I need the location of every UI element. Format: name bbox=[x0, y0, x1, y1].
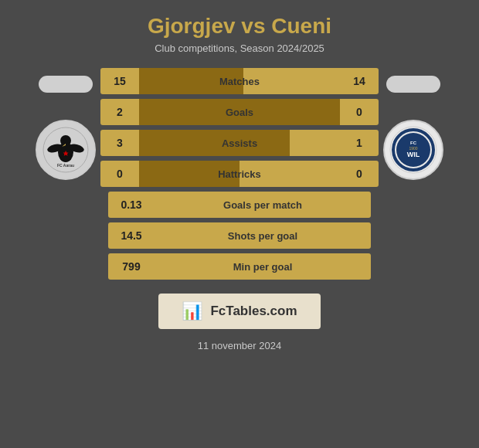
team-left: FC Aarau bbox=[31, 76, 100, 180]
svg-text:WIL: WIL bbox=[407, 151, 420, 158]
stat-label: Assists bbox=[139, 137, 340, 149]
stat-row-single: 0.13 Goals per match bbox=[108, 192, 371, 218]
stat-single-label: Goals per match bbox=[155, 199, 371, 211]
stat-single-value: 14.5 bbox=[108, 229, 155, 242]
svg-text:FC: FC bbox=[410, 141, 417, 145]
match-subtitle: Club competitions, Season 2024/2025 bbox=[15, 42, 464, 54]
fctables-banner: 📊 FcTables.com bbox=[158, 294, 320, 329]
fctables-text: FcTables.com bbox=[210, 304, 297, 319]
team-right-logo: FC 1900 WIL bbox=[383, 120, 443, 180]
match-title: Gjorgjev vs Cueni bbox=[15, 14, 464, 39]
team-left-tab bbox=[39, 76, 93, 93]
stat-label: Hattricks bbox=[139, 168, 340, 180]
team-right-tab bbox=[386, 76, 440, 93]
stat-single-value: 799 bbox=[108, 260, 155, 273]
stat-right-value: 1 bbox=[340, 137, 379, 149]
stat-label: Goals bbox=[139, 107, 340, 118]
stat-single-label: Min per goal bbox=[155, 261, 371, 273]
chart-icon: 📊 bbox=[182, 301, 202, 321]
stat-left-value: 3 bbox=[100, 137, 139, 149]
stat-label: Matches bbox=[139, 76, 340, 87]
header: Gjorgjev vs Cueni Club competitions, Sea… bbox=[0, 0, 479, 60]
main-content: FC Aarau 15 Matches 14 2 Goals 0 3 Assis… bbox=[0, 60, 479, 187]
stat-row-single: 799 Min per goal bbox=[108, 253, 371, 280]
stat-left-value: 2 bbox=[100, 106, 139, 118]
team-right: FC 1900 WIL bbox=[379, 76, 448, 180]
svg-text:FC Aarau: FC Aarau bbox=[57, 163, 74, 168]
stat-single-label: Shots per goal bbox=[155, 230, 371, 242]
stat-left-value: 0 bbox=[100, 168, 139, 180]
stat-single-value: 0.13 bbox=[108, 199, 155, 211]
aarau-eagle-icon: FC Aarau bbox=[42, 127, 89, 173]
date-footer: 11 november 2024 bbox=[198, 340, 281, 351]
stat-row-single: 14.5 Shots per goal bbox=[108, 222, 371, 249]
team-left-logo: FC Aarau bbox=[36, 120, 96, 180]
stat-right-value: 14 bbox=[340, 75, 379, 87]
stat-left-value: 15 bbox=[100, 75, 139, 87]
stat-row-two-team: 15 Matches 14 bbox=[100, 68, 379, 94]
stats-container: 15 Matches 14 2 Goals 0 3 Assists 1 0 Ha… bbox=[100, 68, 379, 187]
stat-row-two-team: 2 Goals 0 bbox=[100, 99, 379, 125]
stat-right-value: 0 bbox=[340, 168, 379, 180]
stat-row-two-team: 0 Hattricks 0 bbox=[100, 161, 379, 187]
wil-logo-icon: FC 1900 WIL bbox=[389, 126, 437, 174]
stat-row-two-team: 3 Assists 1 bbox=[100, 130, 379, 156]
stat-right-value: 0 bbox=[340, 106, 379, 118]
